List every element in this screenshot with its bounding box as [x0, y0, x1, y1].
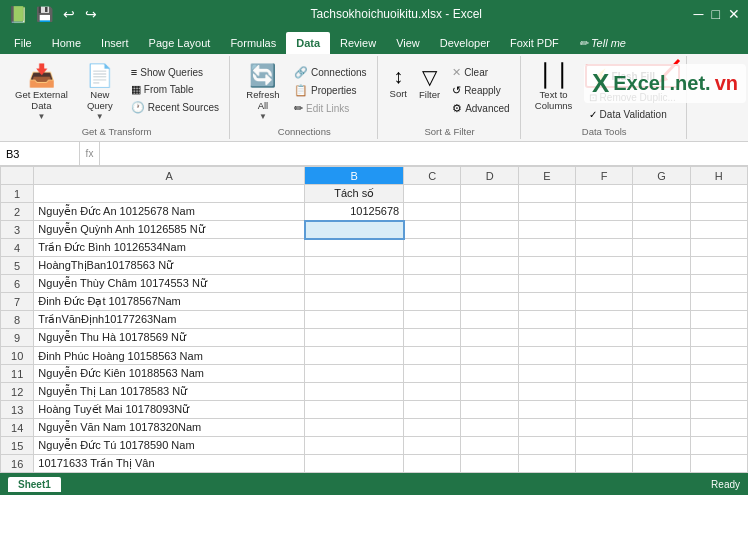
- cell-h11[interactable]: [690, 365, 747, 383]
- cell-h12[interactable]: [690, 383, 747, 401]
- cell-a1[interactable]: [34, 185, 305, 203]
- cell-d14[interactable]: [461, 419, 518, 437]
- cell-e16[interactable]: [518, 455, 575, 473]
- cell-b8[interactable]: [305, 311, 404, 329]
- refresh-all-button[interactable]: 🔄 RefreshAll ▼: [238, 62, 288, 124]
- cell-a2[interactable]: Nguyễn Đức An 10125678 Nam: [34, 203, 305, 221]
- cell-c10[interactable]: [404, 347, 461, 365]
- tab-formulas[interactable]: Formulas: [220, 32, 286, 54]
- cell-a15[interactable]: Nguyễn Đức Tú 10178590 Nam: [34, 437, 305, 455]
- cell-b12[interactable]: [305, 383, 404, 401]
- cell-b1[interactable]: Tách số: [305, 185, 404, 203]
- col-header-f[interactable]: F: [576, 167, 633, 185]
- recent-sources-button[interactable]: 🕐 Recent Sources: [127, 99, 223, 116]
- cell-f7[interactable]: [576, 293, 633, 311]
- cell-f8[interactable]: [576, 311, 633, 329]
- cell-d2[interactable]: [461, 203, 518, 221]
- show-queries-button[interactable]: ≡ Show Queries: [127, 64, 223, 80]
- cell-c4[interactable]: [404, 239, 461, 257]
- cell-g8[interactable]: [633, 311, 690, 329]
- cell-f6[interactable]: [576, 275, 633, 293]
- cell-b13[interactable]: [305, 401, 404, 419]
- cell-e15[interactable]: [518, 437, 575, 455]
- cell-a3[interactable]: Nguyễn Quỳnh Anh 10126585 Nữ: [34, 221, 305, 239]
- tab-insert[interactable]: Insert: [91, 32, 139, 54]
- cell-b10[interactable]: [305, 347, 404, 365]
- cell-a14[interactable]: Nguyễn Văn Nam 10178320Nam: [34, 419, 305, 437]
- cell-e13[interactable]: [518, 401, 575, 419]
- cell-e14[interactable]: [518, 419, 575, 437]
- cell-g1[interactable]: [633, 185, 690, 203]
- cell-c14[interactable]: [404, 419, 461, 437]
- cell-b7[interactable]: [305, 293, 404, 311]
- cell-h14[interactable]: [690, 419, 747, 437]
- cell-d16[interactable]: [461, 455, 518, 473]
- cell-h3[interactable]: [690, 221, 747, 239]
- cell-e8[interactable]: [518, 311, 575, 329]
- cell-f11[interactable]: [576, 365, 633, 383]
- minimize-button[interactable]: ─: [694, 6, 704, 22]
- save-icon[interactable]: 💾: [34, 4, 55, 24]
- cell-d5[interactable]: [461, 257, 518, 275]
- cell-h7[interactable]: [690, 293, 747, 311]
- properties-button[interactable]: 📋 Properties: [290, 82, 371, 99]
- cell-g4[interactable]: [633, 239, 690, 257]
- tab-file[interactable]: File: [4, 32, 42, 54]
- cell-e7[interactable]: [518, 293, 575, 311]
- cell-a5[interactable]: HoàngThịBan10178563 Nữ: [34, 257, 305, 275]
- cell-c7[interactable]: [404, 293, 461, 311]
- undo-icon[interactable]: ↩: [61, 4, 77, 24]
- cell-a7[interactable]: Đinh Đức Đạt 10178567Nam: [34, 293, 305, 311]
- tab-view[interactable]: View: [386, 32, 430, 54]
- cell-a8[interactable]: TrầnVănĐịnh10177263Nam: [34, 311, 305, 329]
- cell-h2[interactable]: [690, 203, 747, 221]
- cell-e3[interactable]: [518, 221, 575, 239]
- cell-a16[interactable]: 10171633 Trần Thị Vân: [34, 455, 305, 473]
- cell-d13[interactable]: [461, 401, 518, 419]
- cell-d3[interactable]: [461, 221, 518, 239]
- cell-g15[interactable]: [633, 437, 690, 455]
- cell-g6[interactable]: [633, 275, 690, 293]
- cell-g7[interactable]: [633, 293, 690, 311]
- cell-b14[interactable]: [305, 419, 404, 437]
- cell-d7[interactable]: [461, 293, 518, 311]
- cell-f2[interactable]: [576, 203, 633, 221]
- cell-e10[interactable]: [518, 347, 575, 365]
- cell-a11[interactable]: Nguyễn Đức Kiên 10188563 Nam: [34, 365, 305, 383]
- cell-d9[interactable]: [461, 329, 518, 347]
- cell-f4[interactable]: [576, 239, 633, 257]
- cell-d1[interactable]: [461, 185, 518, 203]
- cell-h10[interactable]: [690, 347, 747, 365]
- cell-c6[interactable]: [404, 275, 461, 293]
- cell-c16[interactable]: [404, 455, 461, 473]
- cell-f9[interactable]: [576, 329, 633, 347]
- cell-c5[interactable]: [404, 257, 461, 275]
- from-table-button[interactable]: ▦ From Table: [127, 81, 223, 98]
- cell-reference-box[interactable]: B3: [0, 142, 80, 165]
- cell-a13[interactable]: Hoàng Tuyết Mai 10178093Nữ: [34, 401, 305, 419]
- col-header-d[interactable]: D: [461, 167, 518, 185]
- col-header-b[interactable]: B: [305, 167, 404, 185]
- cell-h4[interactable]: [690, 239, 747, 257]
- cell-c12[interactable]: [404, 383, 461, 401]
- cell-g12[interactable]: [633, 383, 690, 401]
- close-button[interactable]: ✕: [728, 6, 740, 22]
- tab-data[interactable]: Data: [286, 32, 330, 54]
- cell-h6[interactable]: [690, 275, 747, 293]
- cell-g5[interactable]: [633, 257, 690, 275]
- cell-c2[interactable]: [404, 203, 461, 221]
- cell-e11[interactable]: [518, 365, 575, 383]
- cell-e12[interactable]: [518, 383, 575, 401]
- cell-c9[interactable]: [404, 329, 461, 347]
- cell-e5[interactable]: [518, 257, 575, 275]
- clear-button[interactable]: ✕ Clear: [448, 64, 513, 81]
- cell-d10[interactable]: [461, 347, 518, 365]
- cell-c13[interactable]: [404, 401, 461, 419]
- tab-home[interactable]: Home: [42, 32, 91, 54]
- tab-tell-me[interactable]: ✏ Tell me: [569, 32, 636, 54]
- tab-page-layout[interactable]: Page Layout: [139, 32, 221, 54]
- cell-b16[interactable]: [305, 455, 404, 473]
- cell-g3[interactable]: [633, 221, 690, 239]
- cell-f13[interactable]: [576, 401, 633, 419]
- filter-button[interactable]: ▽ Filter: [415, 62, 444, 103]
